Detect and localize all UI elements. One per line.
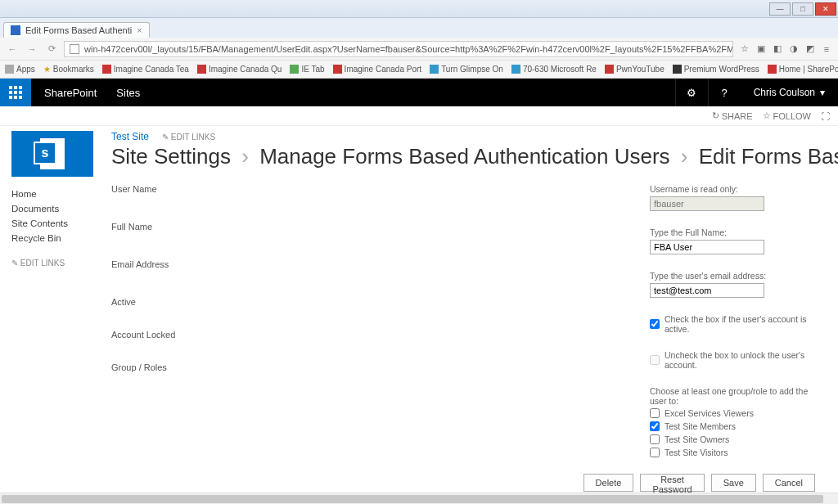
hint-fullname: Type the Full Name: bbox=[650, 227, 827, 237]
browser-tab-strip: Edit Forms Based Authenti × bbox=[0, 18, 838, 38]
crumb-manage-users[interactable]: Manage Forms Based Authentication Users bbox=[259, 144, 669, 169]
chevron-down-icon: ▾ bbox=[820, 87, 825, 98]
top-edit-links[interactable]: EDIT LINKS bbox=[162, 133, 215, 142]
save-button[interactable]: Save bbox=[711, 474, 756, 492]
window-minimize-button[interactable]: — bbox=[769, 2, 791, 16]
bookmarks-bar: Apps ★Bookmarks Imagine Canada Tea Imagi… bbox=[0, 61, 838, 79]
window-titlebar: — □ ✕ bbox=[0, 0, 838, 18]
label-username: User Name bbox=[111, 184, 650, 222]
hint-active: Check the box if the user's account is a… bbox=[665, 314, 827, 334]
active-checkbox[interactable] bbox=[650, 319, 660, 329]
hint-username: Username is read only: bbox=[650, 184, 827, 194]
main-content: Test Site EDIT LINKS Site Settings › Man… bbox=[106, 126, 838, 493]
focus-button[interactable]: ⛶ bbox=[821, 111, 830, 121]
nav-site-contents[interactable]: Site Contents bbox=[11, 216, 106, 231]
nav-forward-button[interactable]: → bbox=[25, 44, 39, 54]
user-menu[interactable]: Chris Coulson▾ bbox=[741, 87, 838, 98]
window-close-button[interactable]: ✕ bbox=[815, 2, 836, 16]
favicon-icon bbox=[11, 25, 20, 35]
ext-icon-4[interactable]: ◩ bbox=[804, 43, 817, 56]
group-checkbox-members[interactable] bbox=[650, 421, 660, 431]
cancel-button[interactable]: Cancel bbox=[763, 474, 815, 492]
tab-close-icon[interactable]: × bbox=[137, 25, 142, 35]
nav-documents[interactable]: Documents bbox=[11, 201, 106, 216]
bookmark-item[interactable]: Home | SharePoint W bbox=[768, 65, 838, 74]
hint-groups: Choose at least one group/role to add th… bbox=[650, 386, 827, 406]
locked-checkbox[interactable] bbox=[650, 355, 660, 365]
nav-back-button[interactable]: ← bbox=[5, 44, 20, 54]
share-button[interactable]: ↻ SHARE bbox=[712, 110, 753, 121]
help-icon[interactable]: ? bbox=[708, 79, 741, 106]
nav-reload-button[interactable]: ⟳ bbox=[44, 43, 59, 54]
hint-email: Type the user's email address: bbox=[650, 271, 827, 281]
page-ribbon: ↻ SHARE ☆ FOLLOW ⛶ bbox=[0, 106, 838, 126]
extension-icons: ☆ ▣ ◧ ◑ ◩ ≡ bbox=[738, 43, 833, 56]
bookmark-item[interactable]: Turn Glimpse On bbox=[430, 65, 503, 74]
suite-bar: SharePoint Sites ⚙ ? Chris Coulson▾ bbox=[0, 79, 838, 106]
menu-icon[interactable]: ≡ bbox=[820, 43, 833, 56]
hint-locked: Uncheck the box to unlock the user's acc… bbox=[665, 350, 827, 370]
star-icon[interactable]: ☆ bbox=[738, 43, 751, 56]
settings-gear-icon[interactable]: ⚙ bbox=[675, 79, 708, 106]
suite-brand[interactable]: SharePoint bbox=[31, 87, 110, 99]
suite-sites-link[interactable]: Sites bbox=[110, 87, 146, 99]
edit-user-form: User Name Full Name Email Address Active… bbox=[111, 184, 838, 492]
page-icon bbox=[70, 44, 79, 54]
bookmark-item[interactable]: PwnYouTube bbox=[605, 65, 665, 74]
nav-edit-links[interactable]: EDIT LINKS bbox=[11, 259, 106, 268]
label-email: Email Address bbox=[111, 259, 650, 297]
waffle-icon bbox=[9, 86, 22, 99]
nav-home[interactable]: Home bbox=[11, 187, 106, 201]
ext-icon-2[interactable]: ◧ bbox=[771, 43, 784, 56]
nav-recycle-bin[interactable]: Recycle Bin bbox=[11, 231, 106, 245]
group-checkbox-excel[interactable] bbox=[650, 408, 660, 418]
window-maximize-button[interactable]: □ bbox=[792, 2, 813, 16]
tab-title: Edit Forms Based Authenti bbox=[25, 25, 132, 35]
reset-password-button[interactable]: Reset Password bbox=[640, 474, 704, 492]
bookmark-item[interactable]: Imagine Canada Tea bbox=[102, 65, 189, 74]
crumb-site-settings[interactable]: Site Settings bbox=[111, 144, 231, 169]
bookmark-item[interactable]: 70-630 Microsoft Re bbox=[511, 65, 597, 74]
label-groups: Group / Roles bbox=[111, 362, 650, 436]
ext-icon-3[interactable]: ◑ bbox=[787, 43, 800, 56]
app-launcher-button[interactable] bbox=[0, 79, 31, 106]
url-text: win-h472cerv00l/_layouts/15/FBA/Manageme… bbox=[84, 44, 733, 54]
browser-address-bar: ← → ⟳ win-h472cerv00l/_layouts/15/FBA/Ma… bbox=[0, 38, 838, 61]
fullname-field[interactable] bbox=[650, 240, 764, 254]
bookmark-item[interactable]: Premium WordPress bbox=[673, 65, 759, 74]
email-field[interactable] bbox=[650, 283, 764, 298]
group-checkbox-owners[interactable] bbox=[650, 434, 660, 444]
url-field[interactable]: win-h472cerv00l/_layouts/15/FBA/Manageme… bbox=[64, 41, 733, 57]
apps-button[interactable]: Apps bbox=[5, 65, 35, 74]
label-active: Active bbox=[111, 297, 650, 330]
site-link[interactable]: Test Site bbox=[111, 131, 149, 142]
delete-button[interactable]: Delete bbox=[583, 474, 634, 492]
page-title: Edit Forms Based Authentication User bbox=[699, 144, 838, 169]
breadcrumb: Site Settings › Manage Forms Based Authe… bbox=[111, 144, 838, 169]
bookmark-item[interactable]: Imagine Canada Port bbox=[333, 65, 422, 74]
ext-icon-1[interactable]: ▣ bbox=[755, 43, 768, 56]
label-locked: Account Locked bbox=[111, 330, 650, 362]
follow-button[interactable]: ☆ FOLLOW bbox=[763, 110, 811, 121]
breadcrumb-separator-icon: › bbox=[237, 144, 254, 169]
bookmark-item[interactable]: ★Bookmarks bbox=[43, 65, 94, 74]
browser-tab[interactable]: Edit Forms Based Authenti × bbox=[3, 22, 150, 38]
bookmark-item[interactable]: Imagine Canada Qu bbox=[197, 65, 282, 74]
site-logo[interactable] bbox=[11, 131, 93, 177]
group-checkbox-visitors[interactable] bbox=[650, 448, 660, 457]
breadcrumb-separator-icon: › bbox=[676, 144, 693, 169]
username-field bbox=[650, 196, 764, 211]
label-fullname: Full Name bbox=[111, 222, 650, 259]
left-navigation: Home Documents Site Contents Recycle Bin… bbox=[0, 126, 106, 493]
bookmark-item[interactable]: IE Tab bbox=[290, 65, 324, 74]
page-body: Home Documents Site Contents Recycle Bin… bbox=[0, 126, 838, 493]
